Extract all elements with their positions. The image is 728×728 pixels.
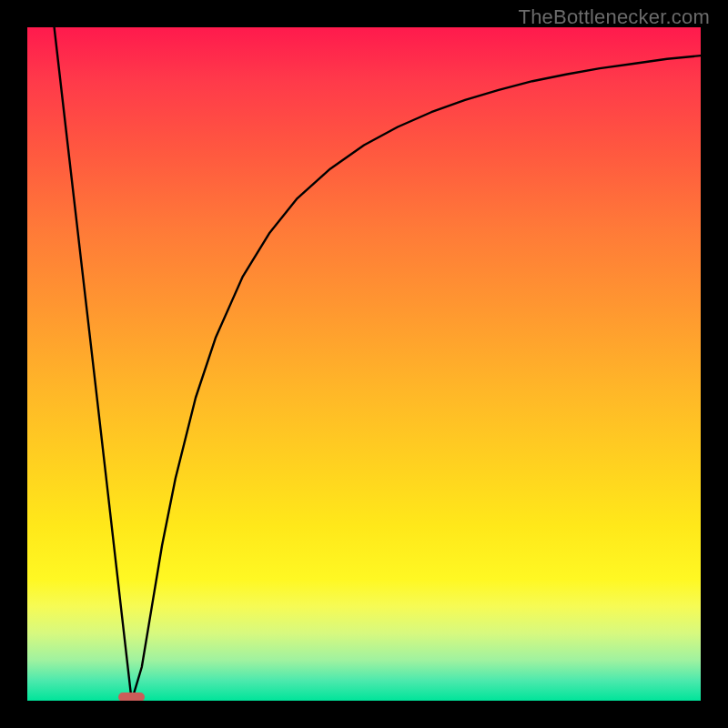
bottleneck-curve <box>55 27 701 701</box>
chart-frame: TheBottlenecker.com <box>0 0 728 728</box>
plot-area <box>27 27 701 701</box>
optimal-marker <box>118 693 146 701</box>
watermark-text: TheBottlenecker.com <box>519 5 710 29</box>
curve-layer <box>27 27 701 701</box>
